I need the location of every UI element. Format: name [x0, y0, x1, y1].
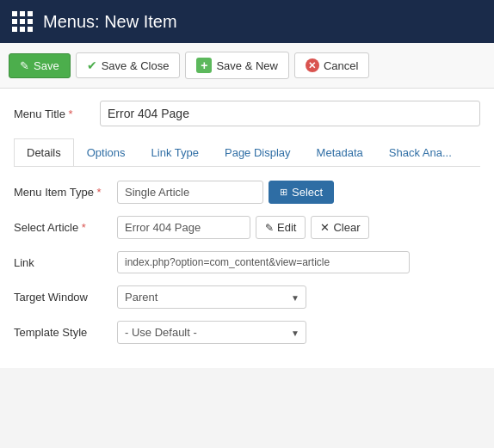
save-button[interactable]: ✎ Save [9, 53, 71, 78]
target-window-label: Target Window [14, 291, 117, 304]
cancel-button[interactable]: ✕ Cancel [294, 52, 369, 78]
tab-options[interactable]: Options [74, 138, 139, 166]
template-style-wrapper: - Use Default - [117, 321, 306, 344]
save-close-button[interactable]: ✔ Save & Close [76, 52, 181, 78]
save-icon: ✎ [20, 59, 29, 72]
select-button[interactable]: ⊞ Select [269, 181, 334, 204]
page-header: Menus: New Item [0, 0, 494, 43]
template-style-select[interactable]: - Use Default - [117, 321, 306, 344]
tab-metadata[interactable]: Metadata [304, 138, 376, 166]
plus-icon: + [196, 58, 212, 73]
target-window-controls: Parent _blank _self _top [117, 285, 480, 309]
edit-icon: ✎ [265, 222, 274, 234]
tab-bar: Details Options Link Type Page Display M… [14, 138, 480, 167]
edit-label: Edit [277, 221, 296, 234]
edit-button[interactable]: ✎ Edit [256, 216, 306, 239]
save-close-label: Save & Close [102, 59, 170, 72]
tab-shack-ana[interactable]: Shack Ana... [376, 138, 465, 166]
main-content: Menu Title * Details Options Link Type P… [0, 89, 494, 368]
save-new-button[interactable]: + Save & New [185, 52, 289, 79]
tab-page-display[interactable]: Page Display [212, 138, 304, 166]
required-marker-article: * [82, 221, 86, 234]
save-label: Save [34, 59, 59, 72]
required-marker-type: * [97, 186, 102, 199]
template-style-controls: - Use Default - [117, 321, 480, 344]
menu-item-type-label: Menu Item Type * [14, 186, 117, 199]
save-new-label: Save & New [216, 59, 278, 72]
x-icon: ✕ [306, 58, 319, 72]
menu-item-type-controls: ⊞ Select [117, 181, 480, 204]
cancel-label: Cancel [324, 59, 358, 72]
select-article-controls: ✎ Edit ✕ Clear [117, 216, 480, 239]
select-article-label: Select Article * [14, 221, 117, 234]
target-window-row: Target Window Parent _blank _self _top [14, 285, 480, 309]
tab-link-type[interactable]: Link Type [139, 138, 212, 166]
template-style-label: Template Style [14, 326, 117, 339]
tab-details[interactable]: Details [14, 138, 74, 167]
link-controls [117, 251, 480, 273]
link-label: Link [14, 256, 117, 269]
menu-title-label: Menu Title * [14, 107, 100, 120]
clear-button[interactable]: ✕ Clear [311, 216, 369, 239]
grid-icon [12, 11, 33, 32]
clear-label: Clear [333, 221, 360, 234]
menu-item-type-row: Menu Item Type * ⊞ Select [14, 181, 480, 204]
menu-title-input[interactable] [100, 101, 480, 126]
grid-select-icon: ⊞ [280, 187, 287, 198]
check-icon: ✔ [87, 58, 97, 72]
target-window-select[interactable]: Parent _blank _self _top [117, 285, 306, 309]
select-label: Select [292, 186, 323, 199]
template-style-row: Template Style - Use Default - [14, 321, 480, 344]
page-title: Menus: New Item [43, 12, 177, 32]
link-row: Link [14, 251, 480, 273]
select-article-input[interactable] [117, 216, 250, 239]
select-article-row: Select Article * ✎ Edit ✕ Clear [14, 216, 480, 239]
menu-item-type-input[interactable] [117, 181, 263, 204]
menu-title-row: Menu Title * [14, 101, 480, 126]
required-marker: * [69, 107, 73, 120]
target-window-wrapper: Parent _blank _self _top [117, 285, 306, 309]
toolbar: ✎ Save ✔ Save & Close + Save & New ✕ Can… [0, 43, 494, 89]
link-input[interactable] [117, 251, 410, 273]
clear-x-icon: ✕ [320, 221, 330, 234]
